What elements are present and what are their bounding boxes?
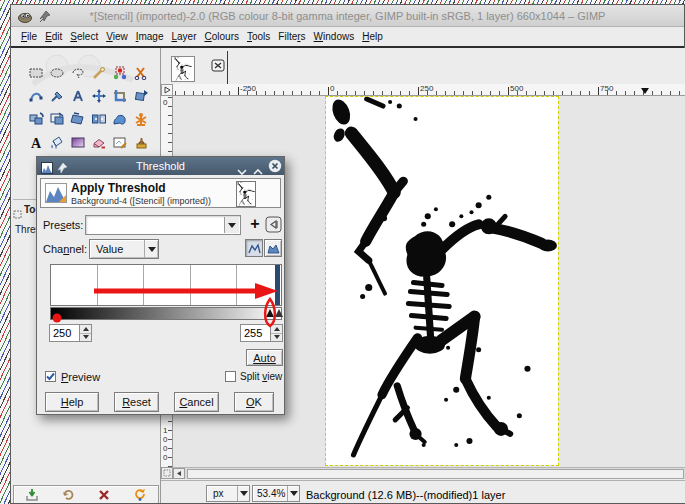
chevron-down-icon — [144, 240, 158, 258]
tabstrip-divider — [227, 51, 228, 84]
image-canvas[interactable] — [326, 97, 558, 465]
menu-tools[interactable]: Tools — [243, 29, 274, 44]
chevron-down-icon[interactable] — [224, 217, 239, 233]
scroll-left-arrow[interactable] — [173, 468, 185, 479]
zoom-value: 53.4% — [253, 488, 285, 499]
warp-transform-tool[interactable] — [109, 107, 130, 130]
select-by-color-tool[interactable] — [109, 61, 130, 84]
dialog-header: Apply Threshold Background-4 ([Stencil] … — [40, 178, 281, 208]
split-view-label[interactable]: Split view — [240, 371, 282, 382]
reset-button[interactable]: Reset — [114, 392, 159, 412]
unified-transform-tool[interactable] — [130, 84, 151, 107]
statusbar: px 53.4% Background (12.6 MB)--(modified… — [161, 480, 685, 503]
histogram-display[interactable] — [50, 264, 282, 306]
close-view-icon[interactable] — [211, 58, 225, 71]
stencil-figure-image — [326, 97, 558, 465]
split-view-checkbox[interactable] — [225, 371, 236, 382]
menu-colours[interactable]: Colours — [200, 29, 242, 44]
add-preset-button[interactable]: + — [247, 215, 263, 233]
preset-menu-button[interactable] — [265, 216, 282, 237]
restore-tool-preset-button[interactable] — [59, 487, 77, 502]
threshold-high-input[interactable] — [240, 324, 271, 342]
shear-tool[interactable] — [67, 107, 88, 130]
linear-histogram-button[interactable] — [245, 239, 263, 257]
text-tool[interactable]: A — [25, 130, 46, 153]
chevron-down-icon — [237, 486, 249, 501]
channel-combobox[interactable]: Value — [89, 239, 159, 259]
spin-stepper[interactable] — [271, 324, 283, 342]
threshold-low-input[interactable] — [49, 324, 80, 342]
close-icon[interactable] — [268, 159, 282, 177]
quick-mask-toggle[interactable] — [161, 467, 173, 479]
scale-tool[interactable] — [46, 107, 67, 130]
fuzzy-select-tool[interactable] — [88, 61, 109, 84]
ruler-label: 750 — [600, 84, 613, 93]
window-titlebar[interactable]: *[Stencil] (imported)-2.0 (RGB colour 8-… — [11, 5, 684, 27]
menubar: File Edit Select View Image Layer Colour… — [11, 27, 684, 46]
unit-select[interactable]: px — [206, 485, 250, 502]
toolbox-grid: A — [25, 61, 153, 153]
preview-label[interactable]: Preview — [61, 371, 100, 383]
menu-help[interactable]: Help — [358, 29, 387, 44]
scissors-select-tool[interactable] — [130, 61, 151, 84]
tool-options-icon — [13, 205, 22, 223]
desktop-background-left — [0, 0, 10, 504]
menu-edit[interactable]: Edit — [41, 29, 66, 44]
free-select-tool[interactable] — [67, 61, 88, 84]
zoom-select[interactable]: 53.4% — [252, 485, 300, 502]
menu-layer[interactable]: Layer — [167, 29, 200, 44]
threshold-gradient-slider[interactable] — [50, 307, 282, 320]
pointer-position-marker — [641, 88, 649, 94]
ruler-label: 500 — [510, 84, 523, 93]
eraser-tool[interactable] — [88, 130, 109, 153]
help-button[interactable]: Help — [45, 392, 99, 412]
menu-select[interactable]: Select — [66, 29, 102, 44]
auto-button[interactable]: Auto — [246, 349, 283, 366]
horizontal-ruler[interactable]: -250 0 250 500 750 — [173, 84, 685, 96]
menu-filters[interactable]: Filters — [274, 29, 309, 44]
measure-tool[interactable] — [67, 84, 88, 107]
menu-image[interactable]: Image — [132, 29, 168, 44]
window-title: *[Stencil] (imported)-2.0 (RGB colour 8-… — [11, 10, 684, 22]
bucket-fill-tool[interactable] — [46, 130, 67, 153]
presets-combobox[interactable] — [85, 215, 241, 235]
preview-checkbox[interactable] — [45, 371, 56, 382]
move-tool[interactable] — [88, 84, 109, 107]
paths-tool[interactable] — [25, 84, 46, 107]
threshold-dialog: Threshold Apply Threshold Background-4 (… — [36, 156, 285, 415]
threshold-dialog-icon — [45, 183, 67, 207]
gimp-window: *[Stencil] (imported)-2.0 (RGB colour 8-… — [10, 4, 685, 504]
menu-windows[interactable]: Windows — [310, 29, 359, 44]
ellipse-select-tool[interactable] — [46, 61, 67, 84]
image-tab-thumbnail — [174, 57, 192, 81]
scrollbar-thumb[interactable] — [187, 469, 684, 479]
save-tool-preset-button[interactable] — [23, 487, 41, 502]
flip-tool[interactable] — [88, 107, 109, 130]
ok-button[interactable]: OK — [234, 392, 274, 412]
horizontal-scrollbar[interactable] — [173, 467, 685, 479]
ruler-label: -250 — [240, 84, 256, 93]
color-picker-tool[interactable] — [46, 84, 67, 107]
chevron-down-icon — [287, 486, 299, 501]
ruler-label: 250 — [420, 84, 433, 93]
menu-file[interactable]: File — [17, 29, 41, 44]
crop-tool[interactable] — [109, 84, 130, 107]
image-tab[interactable] — [171, 56, 195, 82]
rectangle-select-tool[interactable] — [25, 61, 46, 84]
dialog-titlebar[interactable]: Threshold — [37, 157, 284, 175]
reset-tool-options-button[interactable] — [131, 487, 149, 502]
rotate-tool[interactable] — [25, 107, 46, 130]
delete-tool-preset-button[interactable] — [95, 487, 113, 502]
gradient-tool[interactable] — [67, 130, 88, 153]
clone-tool[interactable] — [130, 130, 151, 153]
cancel-button[interactable]: Cancel — [174, 392, 219, 412]
ruler-corner-button[interactable] — [161, 84, 173, 96]
spin-stepper[interactable] — [80, 324, 92, 342]
threshold-high-spinbox[interactable] — [240, 324, 283, 342]
menu-view[interactable]: View — [102, 29, 132, 44]
paintbrush-tool[interactable] — [109, 130, 130, 153]
svg-text:A: A — [30, 135, 41, 149]
threshold-low-spinbox[interactable] — [49, 324, 92, 342]
logarithmic-histogram-button[interactable] — [264, 239, 282, 257]
cage-transform-tool[interactable] — [130, 107, 151, 130]
